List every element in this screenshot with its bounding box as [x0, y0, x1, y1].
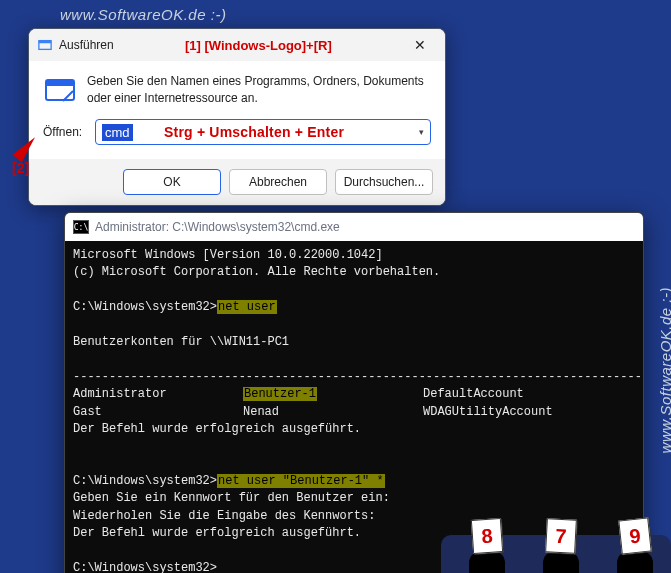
open-value: cmd [102, 124, 133, 141]
open-label: Öffnen: [43, 125, 87, 139]
run-dialog: Ausführen [1] [Windows-Logo]+[R] ✕ Geben… [28, 28, 446, 206]
judges: 8 7 9 [463, 527, 659, 573]
run-button-row: OK Abbrechen Durchsuchen... [29, 159, 445, 205]
svg-rect-3 [46, 80, 74, 86]
cmd-icon: C:\ [73, 220, 89, 234]
cmd-titlebar: C:\ Administrator: C:\Windows\system32\c… [65, 213, 643, 241]
svg-rect-1 [39, 41, 51, 44]
cmd-title: Administrator: C:\Windows\system32\cmd.e… [95, 220, 340, 234]
run-input-row: Öffnen: cmd Strg + Umschalten + Enter ▾ [29, 111, 445, 159]
open-combobox[interactable]: cmd Strg + Umschalten + Enter ▾ [95, 119, 431, 145]
run-titlebar: Ausführen [1] [Windows-Logo]+[R] ✕ [29, 29, 445, 61]
run-icon [37, 37, 53, 53]
judge-card: 8 [471, 518, 503, 554]
judge-2: 7 [537, 527, 585, 573]
run-description: Geben Sie den Namen eines Programms, Ord… [87, 73, 431, 107]
browse-button[interactable]: Durchsuchen... [335, 169, 433, 195]
cmd-highlight: net user "Benutzer-1" * [217, 474, 385, 488]
close-button[interactable]: ✕ [403, 33, 437, 57]
watermark-top: www.SoftwareOK.de :-) [60, 6, 226, 23]
run-title: Ausführen [59, 38, 114, 52]
chevron-down-icon[interactable]: ▾ [419, 127, 424, 137]
judge-1: 8 [463, 527, 511, 573]
annotation-2: [2] [12, 160, 29, 176]
annotation-shortcut: Strg + Umschalten + Enter [164, 124, 344, 140]
watermark-side: www.SoftwareOK.de :-) [657, 287, 672, 453]
cancel-button[interactable]: Abbrechen [229, 169, 327, 195]
judge-card: 7 [545, 518, 577, 554]
annotation-logo-r: [1] [Windows-Logo]+[R] [114, 38, 403, 53]
run-body: Geben Sie den Namen eines Programms, Ord… [29, 61, 445, 111]
ok-button[interactable]: OK [123, 169, 221, 195]
judge-3: 9 [611, 527, 659, 573]
judge-card: 9 [618, 518, 651, 555]
run-body-icon [43, 73, 77, 107]
cmd-highlight: net user [217, 300, 277, 314]
